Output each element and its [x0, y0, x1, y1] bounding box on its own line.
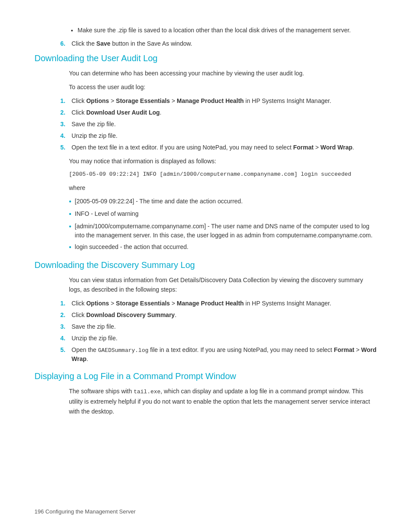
footer-label: Configuring the Management Server — [45, 508, 136, 515]
step-6-number: 6. — [60, 39, 70, 48]
top-bullet-list: Make sure the .zip file is saved to a lo… — [78, 26, 377, 35]
step-text: Save the zip file. — [72, 322, 116, 331]
step-num: 4. — [60, 131, 70, 140]
step-text: Open the GAEDSummary.log file in a text … — [72, 345, 377, 364]
discovery-intro: You can view status information from Get… — [69, 275, 377, 295]
step-text: Click Options > Storage Essentials > Man… — [72, 299, 331, 308]
audit-log-bullets: [2005-05-09 09:22:24] - The time and dat… — [69, 197, 377, 252]
audit-bullet-1: [2005-05-09 09:22:24] - The time and dat… — [69, 197, 377, 207]
user-audit-access-label: To access the user audit log: — [69, 82, 377, 92]
step-num: 1. — [60, 96, 70, 106]
user-audit-step-3: 3. Save the zip file. — [60, 120, 377, 129]
step-num: 1. — [60, 299, 70, 308]
step-text: Click Download User Audit Log. — [72, 108, 162, 117]
step-text: Click Options > Storage Essentials > Man… — [72, 96, 331, 106]
step-6-text: Click the Save button in the Save As win… — [72, 39, 192, 48]
audit-bullet-4: login succeeded - the action that occurr… — [69, 243, 377, 252]
user-audit-step-5: 5. Open the text file in a text editor. … — [60, 143, 377, 152]
info-line: [2005-05-09 09:22:24] INFO [admin/1000/c… — [69, 170, 377, 179]
section-heading-discovery-summary: Downloading the Discovery Summary Log — [34, 260, 377, 270]
section-displaying-log-file: Displaying a Log File in a Command Promp… — [34, 371, 377, 416]
step-text: Click Download Discovery Summary. — [72, 311, 177, 320]
step-num: 3. — [60, 322, 70, 331]
audit-bullet-2: INFO - Level of warning — [69, 209, 377, 219]
step-num: 4. — [60, 334, 70, 343]
step-6: 6. Click the Save button in the Save As … — [60, 39, 377, 48]
section-heading-user-audit-log: Downloading the User Audit Log — [34, 53, 377, 63]
step-text: Open the text file in a text editor. If … — [72, 143, 354, 152]
discovery-steps: 1. Click Options > Storage Essentials > … — [60, 299, 377, 364]
step-num: 5. — [60, 143, 70, 152]
audit-bullet-3: [admin/1000/computername.companyname.com… — [69, 222, 377, 240]
user-audit-step-4: 4. Unzip the zip file. — [60, 131, 377, 140]
discovery-step-1: 1. Click Options > Storage Essentials > … — [60, 299, 377, 308]
page: Make sure the .zip file is saved to a lo… — [0, 0, 411, 532]
step-num: 5. — [60, 345, 70, 355]
section-discovery-summary-log: Downloading the Discovery Summary Log Yo… — [34, 260, 377, 364]
discovery-step-3: 3. Save the zip file. — [60, 322, 377, 331]
user-audit-steps: 1. Click Options > Storage Essentials > … — [60, 96, 377, 152]
step-num: 3. — [60, 120, 70, 129]
user-audit-step-2: 2. Click Download User Audit Log. — [60, 108, 377, 117]
section-heading-displaying-log: Displaying a Log File in a Command Promp… — [34, 371, 377, 381]
displaying-log-body: The software ships with tail.exe, which … — [69, 386, 377, 416]
display-note: You may notice that information is displ… — [69, 156, 377, 166]
page-footer: 196 Configuring the Management Server — [34, 508, 136, 515]
step-text: Unzip the zip file. — [72, 131, 118, 140]
discovery-step-4: 4. Unzip the zip file. — [60, 334, 377, 343]
step-text: Unzip the zip file. — [72, 334, 118, 343]
discovery-step-2: 2. Click Download Discovery Summary. — [60, 311, 377, 320]
user-audit-step-1: 1. Click Options > Storage Essentials > … — [60, 96, 377, 106]
step-num: 2. — [60, 311, 70, 320]
section-user-audit-log: Downloading the User Audit Log You can d… — [34, 53, 377, 252]
step-num: 2. — [60, 108, 70, 117]
footer-page-number: 196 — [34, 508, 44, 515]
user-audit-intro: You can determine who has been accessing… — [69, 68, 377, 78]
where-label: where — [69, 183, 377, 193]
top-bullet-1: Make sure the .zip file is saved to a lo… — [78, 26, 377, 35]
step-text: Save the zip file. — [72, 120, 116, 129]
discovery-step-5: 5. Open the GAEDSummary.log file in a te… — [60, 345, 377, 364]
